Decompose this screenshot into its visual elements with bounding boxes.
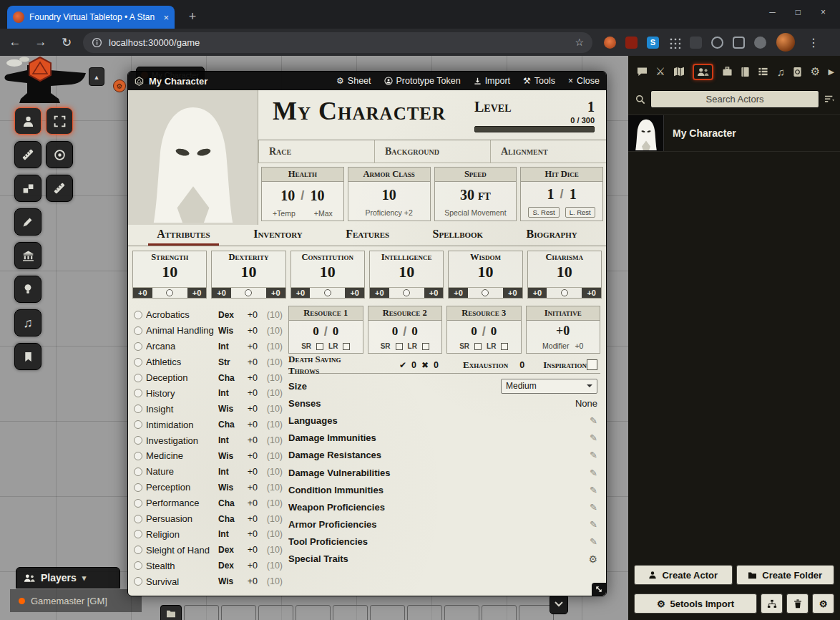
- hotbar-slot[interactable]: [296, 605, 331, 620]
- close-window-icon[interactable]: ×: [821, 7, 826, 17]
- skill-proficiency-toggle[interactable]: [134, 405, 142, 413]
- forward-icon[interactable]: →: [31, 35, 50, 49]
- skill-proficiency-toggle[interactable]: [134, 515, 142, 523]
- edit-icon[interactable]: ✎: [590, 485, 597, 495]
- ability-score[interactable]: 10: [528, 263, 601, 287]
- hotbar-slot[interactable]: [482, 605, 517, 620]
- create-folder-button[interactable]: Create Folder: [736, 565, 835, 585]
- size-select[interactable]: Medium: [501, 379, 597, 394]
- edit-icon[interactable]: ✎: [590, 415, 597, 426]
- info-icon[interactable]: [92, 37, 102, 48]
- skill-proficiency-toggle[interactable]: [134, 530, 142, 538]
- initiative-value[interactable]: +0: [527, 321, 600, 342]
- special-movement-label[interactable]: Special Movement: [435, 208, 517, 221]
- hp-current[interactable]: 10: [280, 188, 295, 204]
- check-icon[interactable]: ✔: [399, 360, 406, 370]
- drawings-controls-button[interactable]: [14, 208, 41, 236]
- module-button[interactable]: ⚙: [113, 79, 126, 92]
- skill-name[interactable]: Athletics: [146, 357, 215, 367]
- hotbar-slot[interactable]: [407, 605, 442, 620]
- skill-name[interactable]: Survival: [146, 576, 215, 587]
- tab-playlists[interactable]: ♫: [777, 66, 785, 78]
- scroll-down-button[interactable]: [550, 594, 568, 614]
- ruler-tool-button[interactable]: [46, 175, 73, 202]
- skill-name[interactable]: Intimidation: [146, 420, 215, 430]
- resource-label[interactable]: Resource 3: [447, 306, 521, 321]
- modifier-value[interactable]: +0: [575, 342, 583, 350]
- skill-proficiency-toggle[interactable]: [134, 374, 142, 382]
- new-tab-button[interactable]: +: [183, 7, 202, 26]
- sheet-tab[interactable]: Inventory: [245, 225, 311, 246]
- 5etools-import-button[interactable]: ⚙ 5etools Import: [634, 594, 757, 614]
- skill-proficiency-toggle[interactable]: [134, 452, 142, 460]
- ability-name[interactable]: Charisma: [528, 251, 601, 263]
- browser-tab[interactable]: Foundry Virtual Tabletop • A Stan ×: [7, 6, 175, 29]
- tab-journal[interactable]: [741, 67, 750, 77]
- skill-proficiency-toggle[interactable]: [134, 468, 142, 476]
- hotbar-slot[interactable]: [221, 605, 256, 620]
- tab-tables[interactable]: [758, 67, 768, 77]
- sheet-tab[interactable]: Biography: [518, 225, 586, 246]
- skill-name[interactable]: Medicine: [146, 450, 215, 461]
- tools-button[interactable]: ⚒ Tools: [523, 76, 555, 86]
- controls-collapse-button[interactable]: ▲: [89, 67, 104, 86]
- sheet-tab[interactable]: Features: [337, 225, 398, 246]
- ability-name[interactable]: Strength: [133, 251, 206, 263]
- edit-icon[interactable]: ✎: [590, 536, 597, 547]
- create-actor-button[interactable]: Create Actor: [634, 565, 733, 585]
- search-input[interactable]: [650, 90, 819, 108]
- resource-current[interactable]: 0: [471, 324, 477, 339]
- extension-icon-6[interactable]: [711, 37, 723, 49]
- ability-name[interactable]: Intelligence: [370, 251, 443, 263]
- ability-name[interactable]: Dexterity: [212, 251, 285, 263]
- notes-controls-button[interactable]: [14, 343, 41, 370]
- character-name[interactable]: My Character: [273, 97, 474, 126]
- skill-name[interactable]: Arcana: [146, 341, 215, 352]
- window-resize-handle[interactable]: [592, 583, 606, 596]
- skill-name[interactable]: Religion: [146, 529, 215, 540]
- prototype-token-button[interactable]: Prototype Token: [384, 76, 461, 86]
- level-value[interactable]: 1: [587, 99, 595, 115]
- measure-controls-button[interactable]: [14, 141, 41, 168]
- save-proficiency-toggle[interactable]: [166, 289, 173, 296]
- save-proficiency-toggle[interactable]: [561, 289, 568, 296]
- ac-value[interactable]: 10: [382, 187, 396, 203]
- bookmark-star-icon[interactable]: ☆: [575, 37, 584, 48]
- death-success-count[interactable]: 0: [411, 360, 416, 370]
- sounds-controls-button[interactable]: ♫: [14, 309, 41, 336]
- ability-score[interactable]: 10: [370, 263, 443, 287]
- long-rest-checkbox[interactable]: [501, 343, 508, 350]
- maximize-icon[interactable]: □: [796, 7, 801, 17]
- skill-proficiency-toggle[interactable]: [134, 436, 142, 445]
- short-rest-button[interactable]: S. Rest: [528, 207, 559, 218]
- minimize-icon[interactable]: ─: [769, 7, 776, 17]
- skill-proficiency-toggle[interactable]: [134, 311, 142, 319]
- url-text[interactable]: localhost:30000/game: [109, 37, 568, 48]
- skill-name[interactable]: Insight: [146, 404, 215, 415]
- skill-name[interactable]: Perception: [146, 482, 215, 493]
- edit-icon[interactable]: ✎: [590, 519, 597, 530]
- ability-name[interactable]: Constitution: [291, 251, 364, 263]
- tab-items[interactable]: [722, 67, 733, 77]
- save-proficiency-toggle[interactable]: [482, 289, 489, 296]
- skill-proficiency-toggle[interactable]: [134, 499, 142, 508]
- gear-icon[interactable]: ⚙: [588, 553, 597, 565]
- ability-score[interactable]: 10: [133, 263, 206, 287]
- temp-hp-label[interactable]: +Temp: [273, 209, 296, 218]
- profile-avatar[interactable]: [776, 33, 795, 52]
- browser-menu-icon[interactable]: ⋮: [802, 36, 825, 49]
- speed-value[interactable]: 30 ft: [460, 187, 491, 203]
- folder-tree-button[interactable]: [761, 594, 783, 614]
- skill-name[interactable]: Animal Handling: [146, 325, 215, 336]
- inspiration-checkbox[interactable]: [587, 359, 597, 370]
- resource-label[interactable]: Resource 1: [289, 306, 363, 321]
- resource-max[interactable]: 0: [411, 324, 418, 339]
- tiles-controls-button[interactable]: [14, 175, 41, 202]
- skill-proficiency-toggle[interactable]: [134, 326, 142, 335]
- sort-filter-icon[interactable]: [824, 95, 834, 104]
- resource-current[interactable]: 0: [392, 324, 399, 339]
- tab-scenes[interactable]: [673, 67, 685, 77]
- xp-value[interactable]: 0 / 300: [474, 116, 595, 125]
- hd-current[interactable]: 1: [547, 186, 555, 203]
- field-input[interactable]: [297, 145, 364, 158]
